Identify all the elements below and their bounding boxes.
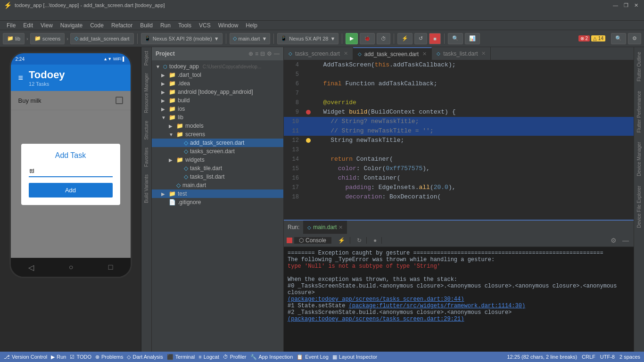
circle-tab[interactable]: ●	[369, 237, 382, 244]
profile-btn[interactable]: ⏱	[377, 33, 390, 44]
menu-view[interactable]: View	[37, 21, 57, 30]
tree-tasks-list[interactable]: ◇ tasks_list.dart	[152, 173, 283, 181]
menu-window[interactable]: Window	[215, 21, 242, 30]
tab-tasks-list[interactable]: ◇ tasks_list.dart ✕	[432, 47, 491, 60]
hot-restart-btn[interactable]: ↺	[414, 33, 427, 44]
profiler-status[interactable]: ⏱ Profiler	[223, 354, 247, 360]
api-selector[interactable]: 📱 Nexus 5X API 28 ▼	[277, 33, 339, 44]
minimize-btn[interactable]: —	[611, 2, 620, 8]
version-control-status[interactable]: ⎇ Version Control	[4, 354, 47, 360]
phone-task-input[interactable]	[29, 165, 113, 177]
menu-code[interactable]: Code	[86, 21, 107, 30]
hot-reload-btn[interactable]: ⚡	[397, 33, 413, 44]
phone-recents-btn[interactable]: □	[108, 263, 113, 272]
tab-add-task-screen[interactable]: ◇ add_task_screen.dart ✕	[353, 47, 432, 60]
tree-dart-tool[interactable]: ▶ 📁 .dart_tool	[152, 71, 283, 79]
logcat-status[interactable]: ≡ Logcat	[198, 354, 219, 360]
flutter-performance-tab[interactable]: Flutter Performance	[635, 86, 643, 137]
debug-btn[interactable]: 🐞	[360, 33, 375, 44]
breakpoint-9[interactable]	[306, 110, 311, 115]
sync-icon[interactable]: ⊕	[248, 50, 253, 57]
collapse-icon[interactable]: ⊟	[260, 50, 265, 57]
menu-refactor[interactable]: Refactor	[107, 21, 136, 30]
phone-back-btn[interactable]: ◁	[28, 263, 34, 272]
console-stack0-link[interactable]: (package:todoey_app/screens/tasks_screen…	[288, 296, 630, 303]
menu-build[interactable]: Build	[136, 21, 157, 30]
console-settings-btn[interactable]: ⚙	[609, 236, 619, 245]
flutter-outline-tab[interactable]: Flutter Outline	[635, 47, 643, 86]
build-variants-tab[interactable]: Build Variants	[142, 171, 150, 207]
run-btn[interactable]: ▶	[346, 33, 358, 44]
terminal-status[interactable]: ⬛ Terminal	[167, 354, 195, 360]
app-inspection-status[interactable]: 🔧 App Inspection	[250, 354, 293, 360]
phone-home-btn[interactable]: ○	[69, 263, 74, 272]
tree-add-task-screen[interactable]: ◇ add_task_screen.dart	[152, 139, 283, 147]
project-tab[interactable]: Project	[142, 47, 150, 69]
phone-add-btn[interactable]: Add	[29, 183, 113, 197]
tree-main-dart[interactable]: ◇ main.dart	[152, 181, 283, 189]
menu-file[interactable]: File	[3, 21, 19, 30]
console-stop-btn[interactable]	[287, 238, 292, 243]
search-btn[interactable]: 🔍	[611, 33, 626, 44]
charset-status[interactable]: UTF-8	[600, 354, 615, 360]
console-collapse-btn[interactable]: —	[620, 236, 631, 245]
device-file-explorer-tab[interactable]: Device File Explorer	[635, 181, 643, 232]
menu-help[interactable]: Help	[242, 21, 261, 30]
tree-widgets[interactable]: ▶ 📁 widgets	[152, 156, 283, 164]
tab-close-add-task[interactable]: ✕	[422, 51, 427, 57]
flutter-inspect-btn[interactable]: 🔍	[448, 33, 463, 44]
tab-tasks-screen[interactable]: ◇ tasks_screen.dart ✕	[284, 47, 353, 60]
tree-task-tile[interactable]: ◇ task_tile.dart	[152, 164, 283, 173]
close-btn[interactable]: ✕	[632, 2, 640, 8]
cursor-position[interactable]: 12:25 (82 chars, 2 line breaks)	[507, 354, 577, 360]
file-breadcrumb[interactable]: ◇ add_task_screen.dart	[70, 33, 134, 44]
event-log-status[interactable]: 📋 Event Log	[297, 354, 329, 360]
menu-tools[interactable]: Tools	[174, 21, 195, 30]
run-tab-active[interactable]: ◇ main.dart ✕	[304, 221, 347, 234]
tree-models[interactable]: ▶ 📁 models	[152, 122, 283, 130]
console-stack2-link[interactable]: (package:todoey_app/screens/tasks_screen…	[288, 316, 630, 322]
resource-manager-tab[interactable]: Resource Manager	[142, 69, 150, 117]
dart-analysis-status[interactable]: ◇ Dart Analysis	[127, 354, 163, 360]
code-editor[interactable]: 4 AddTaskScreen(this.addTaskCallback); 5…	[284, 60, 634, 220]
stop-btn[interactable]: ■	[429, 33, 441, 44]
run-status[interactable]: ▶ Run	[51, 354, 66, 360]
error-count[interactable]: ⊗ 2	[578, 35, 590, 41]
tree-gitignore[interactable]: 📄 .gitignore	[152, 198, 283, 206]
tree-build[interactable]: ▶ 📁 build	[152, 96, 283, 105]
layout-inspector-status[interactable]: ▦ Layout Inspector	[332, 354, 377, 360]
favorites-tab[interactable]: Favorites	[142, 144, 150, 171]
problems-status[interactable]: ⊗ Problems	[95, 354, 123, 360]
tab-close-tasks-list[interactable]: ✕	[481, 50, 486, 57]
menu-edit[interactable]: Edit	[19, 21, 37, 30]
menu-vcs[interactable]: VCS	[195, 21, 215, 30]
indent-status[interactable]: 2 spaces	[619, 354, 640, 360]
warn-count[interactable]: △ 14	[591, 35, 605, 41]
tree-lib[interactable]: ▼ 📁 lib	[152, 113, 283, 122]
maximize-btn[interactable]: ❐	[622, 2, 630, 8]
todo-status[interactable]: ☑ TODO	[70, 354, 91, 360]
tree-idea[interactable]: ▶ 📁 .idea	[152, 79, 283, 88]
tree-root[interactable]: ▼ ⬡ todoey_app C:\Users\Copycat\develop.…	[152, 62, 283, 71]
hide-icon[interactable]: —	[274, 50, 280, 57]
phone-menu-icon[interactable]: ≡	[18, 73, 24, 83]
refresh-tab[interactable]: ↻	[352, 237, 367, 244]
tree-android[interactable]: ▶ 📁 android [todoey_app_android]	[152, 88, 283, 96]
settings-btn[interactable]: ⚙	[628, 33, 641, 44]
line-separator[interactable]: CRLF	[582, 354, 595, 360]
lightning-tab[interactable]: ⚡	[333, 237, 350, 244]
list-icon[interactable]: ≡	[255, 50, 258, 57]
settings-panel-icon[interactable]: ⚙	[267, 50, 272, 57]
performance-btn[interactable]: 📊	[465, 33, 480, 44]
run-tab-close[interactable]: ✕	[339, 224, 343, 230]
tree-screens[interactable]: ▼ 📁 screens	[152, 130, 283, 139]
panel-icons[interactable]: ⊕ ≡ ⊟ ⚙ —	[248, 50, 280, 57]
screens-breadcrumb[interactable]: 📁 screens	[30, 33, 65, 44]
structure-tab[interactable]: Structure	[142, 117, 150, 144]
tab-close-tasks[interactable]: ✕	[344, 50, 348, 57]
tree-ios[interactable]: ▶ 📁 ios	[152, 105, 283, 113]
tree-test[interactable]: ▶ 📁 test	[152, 189, 283, 198]
console-tab[interactable]: ⬡ Console	[294, 237, 331, 244]
device-selector[interactable]: 📱 Nexus 5X API 28 (mobile) ▼	[141, 33, 223, 44]
menu-run[interactable]: Run	[157, 21, 174, 30]
